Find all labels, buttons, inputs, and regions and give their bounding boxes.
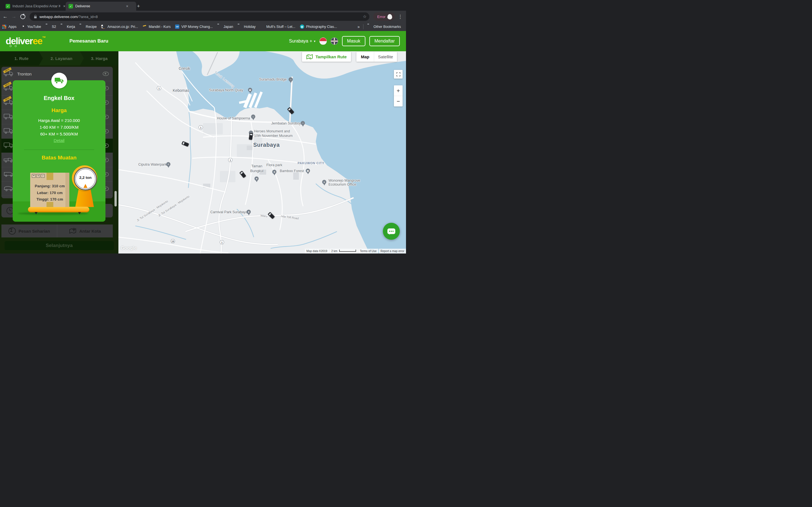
bookmark-label: Japan (223, 25, 233, 29)
map-scale: 2 km (329, 249, 358, 253)
map-label: Flora park (266, 163, 282, 167)
amazon-icon: a (101, 24, 106, 29)
shadow (18, 212, 88, 215)
price-line: 60+ KM = 5.500/KM (13, 131, 105, 137)
forward-button[interactable]: → (10, 12, 17, 21)
logo-wheel-icon (10, 45, 11, 47)
tree-pin[interactable]: ♣ (272, 170, 276, 174)
login-button[interactable]: Masuk (342, 36, 365, 46)
sidebar-scrollbar[interactable] (114, 191, 117, 207)
box-tape (47, 173, 53, 180)
bookmark-item[interactable]: VIPVIP Money Chang... (173, 24, 215, 29)
tab-industri[interactable]: ✓ Industri Jasa Ekspedisi Antar K × (3, 2, 69, 11)
google-logo[interactable]: Google (121, 245, 137, 251)
dot-pin[interactable]: ● (322, 180, 326, 184)
museum-pin[interactable]: ⌂ (251, 115, 255, 119)
detail-link[interactable]: Detail (54, 138, 64, 143)
chat-button[interactable] (383, 223, 400, 240)
eye-icon[interactable] (103, 72, 109, 76)
map-label: Surabaya North Quay (209, 88, 243, 92)
tab-title: Deliveree (75, 4, 123, 8)
screen: ✓ Industri Jasa Ekspedisi Antar K × ✓ De… (0, 0, 406, 253)
ferris-pin[interactable]: ✳ (166, 162, 170, 166)
bookmark-item[interactable]: Mufi's Stuff – Let... (258, 24, 298, 29)
bookmark-item[interactable]: ◉Photography Clas... (298, 24, 340, 29)
bookmark-label: Apps (8, 25, 17, 29)
scale-stand (75, 189, 94, 207)
new-tab-button[interactable]: + (135, 3, 142, 10)
youtube-icon (21, 24, 26, 29)
price-heading: Harga (13, 107, 105, 114)
bookmark-star-icon[interactable]: ☆ (363, 14, 366, 19)
bookmark-label: Holiday (244, 25, 256, 29)
next-button[interactable]: Selanjutnya (4, 241, 114, 250)
map-label: Carnival Park Surabaya (210, 210, 248, 214)
handling-icons: ☂ ⇈ Y (32, 174, 45, 178)
satellite-mode-button[interactable]: Satellite (374, 52, 397, 62)
indonesia-flag-icon[interactable] (319, 38, 327, 45)
bookmark-item[interactable]: Japan (215, 24, 236, 29)
step-rute[interactable]: 1. Rute (0, 51, 43, 65)
tab-close-icon[interactable]: × (125, 4, 129, 8)
reload-button[interactable] (19, 12, 26, 21)
register-button[interactable]: Mendaftar (369, 36, 400, 46)
back-button[interactable]: ← (2, 12, 9, 21)
uk-flag-icon[interactable] (331, 38, 338, 45)
map-label: Bungkul (250, 169, 264, 173)
tree-pin[interactable]: ♣ (247, 210, 251, 214)
avatar (388, 14, 392, 19)
bookmark-item[interactable]: YouTube (19, 24, 43, 29)
fullscreen-button[interactable] (394, 70, 403, 78)
this-side-up-icon: ⇈ (36, 174, 40, 178)
other-bookmarks-label: Other Bookmarks (373, 25, 401, 29)
steps-bar: 1. Rute 2. Layanan 3. Harga (0, 51, 118, 65)
camera-pin[interactable]: ▣ (248, 88, 252, 92)
bridge-pin[interactable]: ∩ (301, 121, 305, 125)
bookmark-item[interactable]: Kerja (58, 24, 77, 29)
deliveree-favicon-icon: ✓ (6, 4, 10, 8)
logo-ee: ee (33, 36, 42, 46)
tree-pin[interactable]: ♣ (255, 177, 259, 181)
bookmark-item[interactable]: Apps (0, 24, 19, 29)
bookmark-label: Mufi's Stuff – Let... (266, 25, 296, 29)
lock-icon (34, 16, 37, 18)
truck-badge-icon (51, 73, 67, 89)
bookmark-item[interactable]: S2 (43, 24, 58, 29)
step-layanan[interactable]: 2. Layanan (39, 51, 84, 65)
map-canvas[interactable]: GresikKebomasTeluk LamongSuramadu Bridge… (118, 51, 406, 253)
browser-toolbar: ← → webapp.deliveree.com/?area_id=8 ☆ Er… (0, 11, 406, 22)
map-mode-button[interactable]: Map (356, 52, 374, 62)
day-booking-button[interactable]: Pesan Seharian (1, 224, 57, 237)
zoom-out-button[interactable]: − (394, 96, 403, 107)
url-host: webapp.deliveree.com (40, 15, 78, 19)
folder-icon (46, 24, 50, 29)
map-label: 10th November Museum (254, 134, 293, 138)
intercity-label: Antar Kota (79, 229, 101, 233)
folder-icon (217, 24, 222, 29)
bookmarks-overflow-chevron[interactable]: » (356, 24, 361, 29)
pin-glyph: ▣ (248, 88, 252, 92)
zoom-in-button[interactable]: + (394, 86, 403, 96)
bookmark-item[interactable]: Recipe (77, 24, 99, 29)
intercity-button[interactable]: Antar Kota (57, 224, 113, 237)
other-bookmarks-button[interactable]: Other Bookmarks (365, 24, 403, 29)
deliveree-logo[interactable]: delivereeTM (6, 36, 45, 47)
camera-pin[interactable]: ▣ (306, 169, 310, 173)
browser-menu-button[interactable]: ⋮ (398, 14, 403, 20)
tab-deliveree[interactable]: ✓ Deliveree × (66, 2, 136, 11)
bookmark-item[interactable]: aAmazon.co.jp: Pri... (99, 24, 140, 29)
bridge-pin[interactable]: ∩ (289, 77, 293, 82)
box-truck-icon: BETA (4, 70, 15, 78)
show-route-button[interactable]: Tampilkan Rute (302, 52, 351, 62)
terms-of-use-link[interactable]: Terms of Use (358, 249, 378, 253)
bookmark-item[interactable]: Holiday (236, 24, 258, 29)
map-label: Heroes Monument and (254, 129, 290, 133)
price-line: Harga Awal = 210.000 (13, 117, 105, 124)
report-error-link[interactable]: Report a map error (379, 249, 406, 253)
bookmark-item[interactable]: Mandiri - Kurs (140, 24, 173, 29)
city-selector[interactable]: Surabaya + ▾ (289, 39, 315, 44)
camera-circle-icon: ◉ (300, 24, 305, 29)
profile-button[interactable]: Error (373, 12, 395, 21)
address-bar[interactable]: webapp.deliveree.com/?area_id=8 ☆ (30, 12, 369, 21)
step-harga[interactable]: 3. Harga (80, 51, 118, 65)
